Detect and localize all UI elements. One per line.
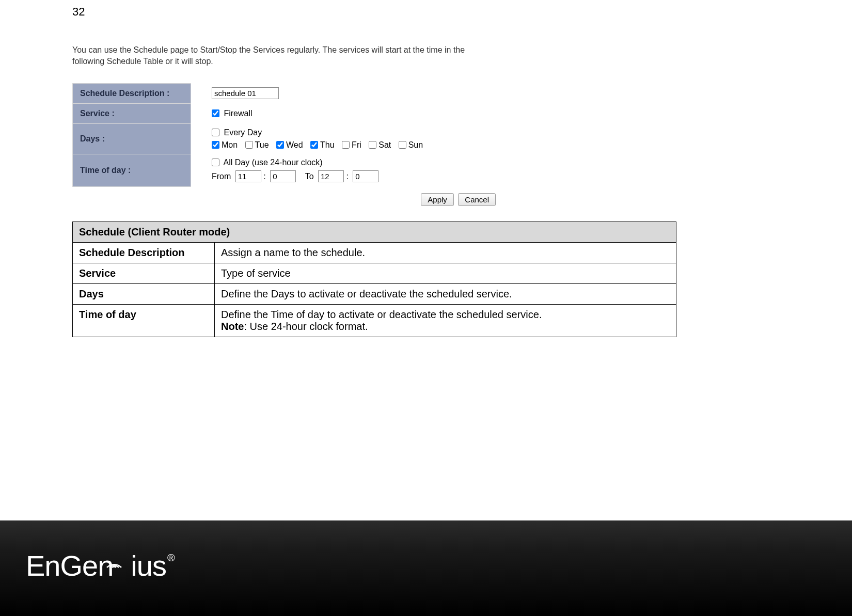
mon-checkbox[interactable] bbox=[212, 141, 219, 149]
table-row: Service Type of service bbox=[73, 263, 676, 283]
wed-checkbox[interactable] bbox=[276, 141, 284, 149]
every-day-checkbox[interactable] bbox=[212, 129, 219, 136]
doc-key-1: Service bbox=[73, 263, 215, 283]
to-min-input[interactable] bbox=[353, 170, 378, 182]
schedule-description-label: Schedule Description : bbox=[73, 83, 191, 103]
time-of-day-label: Time of day : bbox=[73, 154, 191, 186]
thu-checkbox[interactable] bbox=[310, 141, 318, 149]
sat-label: Sat bbox=[378, 140, 391, 149]
intro-text: You can use the Schedule page to Start/S… bbox=[72, 44, 496, 68]
schedule-form: Schedule Description : Service : Firewal… bbox=[72, 83, 439, 187]
doc-val-0: Assign a name to the schedule. bbox=[215, 242, 676, 263]
engenius-logo: EnGen ius® bbox=[26, 549, 175, 582]
mon-label: Mon bbox=[222, 140, 238, 149]
tue-label: Tue bbox=[255, 140, 269, 149]
doc-key-0: Schedule Description bbox=[73, 242, 215, 263]
doc-key-2: Days bbox=[73, 283, 215, 304]
sat-checkbox[interactable] bbox=[369, 141, 376, 149]
doc-val-2: Define the Days to activate or deactivat… bbox=[215, 283, 676, 304]
colon-1: : bbox=[263, 172, 265, 181]
doc-table: Schedule (Client Router mode) Schedule D… bbox=[72, 222, 676, 337]
tue-checkbox[interactable] bbox=[245, 141, 253, 149]
doc-val-3-main: Define the Time of day to activate or de… bbox=[221, 309, 542, 320]
to-label: To bbox=[305, 172, 314, 181]
footer: EnGen ius® bbox=[0, 520, 852, 616]
service-label: Service : bbox=[73, 103, 191, 123]
doc-table-title: Schedule (Client Router mode) bbox=[73, 222, 676, 242]
fri-checkbox[interactable] bbox=[342, 141, 350, 149]
service-firewall-label: Firewall bbox=[224, 109, 252, 118]
schedule-description-input[interactable] bbox=[212, 87, 279, 99]
doc-val-3-note-label: Note bbox=[221, 321, 244, 332]
every-day-label: Every Day bbox=[224, 128, 262, 137]
doc-val-3: Define the Time of day to activate or de… bbox=[215, 304, 676, 337]
fri-label: Fri bbox=[352, 140, 361, 149]
every-day-option: Every Day bbox=[212, 128, 262, 137]
sun-checkbox[interactable] bbox=[399, 141, 406, 149]
table-row: Schedule Description Assign a name to th… bbox=[73, 242, 676, 263]
all-day-label: All Day (use 24-hour clock) bbox=[224, 158, 323, 167]
from-label: From bbox=[212, 172, 231, 181]
colon-2: : bbox=[346, 172, 348, 181]
sun-label: Sun bbox=[408, 140, 423, 149]
all-day-option: All Day (use 24-hour clock) bbox=[212, 158, 323, 167]
doc-key-3: Time of day bbox=[73, 304, 215, 337]
page-number: 32 bbox=[72, 5, 852, 19]
cancel-button[interactable]: Cancel bbox=[458, 193, 496, 206]
all-day-checkbox[interactable] bbox=[212, 159, 219, 166]
apply-button[interactable]: Apply bbox=[421, 193, 454, 206]
doc-val-1: Type of service bbox=[215, 263, 676, 283]
table-row: Time of day Define the Time of day to ac… bbox=[73, 304, 676, 337]
wed-label: Wed bbox=[286, 140, 303, 149]
thu-label: Thu bbox=[320, 140, 335, 149]
service-firewall-option: Firewall bbox=[212, 109, 253, 118]
days-label: Days : bbox=[73, 123, 191, 154]
from-min-input[interactable] bbox=[270, 170, 296, 182]
registered-icon: ® bbox=[167, 552, 175, 563]
from-hour-input[interactable] bbox=[235, 170, 261, 182]
to-hour-input[interactable] bbox=[318, 170, 344, 182]
doc-val-3-note: : Use 24-hour clock format. bbox=[244, 321, 368, 332]
table-row: Days Define the Days to activate or deac… bbox=[73, 283, 676, 304]
service-firewall-checkbox[interactable] bbox=[212, 109, 219, 117]
